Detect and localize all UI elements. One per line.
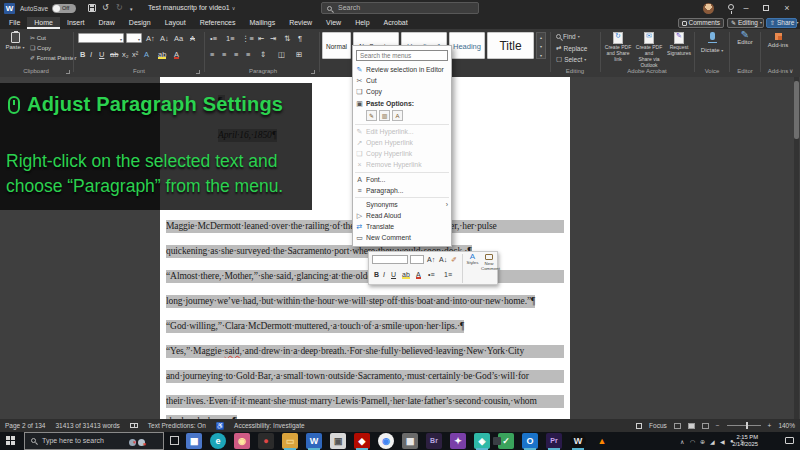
document-line[interactable]: their·lives.·Even·if·it·meant·she·must·m… (166, 395, 564, 408)
request-signatures-button[interactable]: ✎ Request Signatures (666, 32, 692, 56)
clear-formatting-icon[interactable]: A (190, 34, 195, 43)
clipboard-dialog-launcher-icon[interactable] (66, 70, 70, 74)
menu-item-translate[interactable]: ⇄Translate (353, 221, 451, 232)
style-title[interactable]: Title (487, 32, 534, 59)
focus-mode-button[interactable]: Focus (649, 422, 667, 429)
paste-button[interactable]: Paste ▾ (4, 32, 26, 50)
italic-button[interactable]: I (90, 50, 92, 59)
sort-icon[interactable]: ⇅ (284, 34, 290, 43)
onedrive-icon[interactable]: ◠ (690, 438, 695, 445)
tab-acrobat[interactable]: Acrobat (377, 17, 415, 29)
underline-button[interactable]: U (99, 50, 104, 59)
taskbar-app-chrome-icon[interactable]: ◉ (378, 433, 394, 449)
shrink-font-icon[interactable]: A↓ (439, 255, 447, 264)
taskbar-app-widgets-icon[interactable]: ▦ (186, 433, 202, 449)
change-case-icon[interactable]: Aa (174, 34, 183, 43)
restore-button[interactable] (757, 0, 775, 16)
input-indicator-icon[interactable] (493, 437, 501, 445)
start-button[interactable] (6, 436, 15, 445)
tab-mailings[interactable]: Mailings (242, 17, 282, 29)
menu-item-synonyms[interactable]: Synonyms› (353, 199, 451, 210)
bold-button[interactable]: B (374, 270, 379, 279)
network-icon[interactable]: ◢ (710, 438, 715, 445)
numbering-button[interactable]: 1≡ (226, 34, 235, 43)
font-color-button[interactable]: A (174, 50, 179, 59)
read-mode-icon[interactable] (674, 423, 681, 429)
create-pdf-share-outlook-button[interactable]: ✉ Create PDF and Share via Outlook (634, 32, 664, 68)
menu-item-paragraph[interactable]: ≡Paragraph... (353, 185, 451, 196)
taskbar-app-outlook-icon[interactable]: O (522, 433, 538, 449)
shrink-font-icon[interactable]: A↓ (160, 34, 169, 43)
decrease-indent-icon[interactable]: ⇤ (258, 34, 264, 43)
comments-button[interactable]: Comments (678, 18, 724, 28)
align-center-button[interactable]: ≡ (222, 50, 226, 59)
tab-insert[interactable]: Insert (60, 17, 92, 29)
cut-button[interactable]: ✂ Cut (30, 34, 46, 41)
font-color-button[interactable]: A (416, 270, 421, 279)
hidden-icons-chevron[interactable]: ∧ (680, 438, 684, 445)
underline-button[interactable]: U (391, 270, 396, 279)
grow-font-icon[interactable]: A↑ (146, 34, 155, 43)
menu-item-new-comment[interactable]: ▭New Comment (353, 232, 451, 243)
taskbar-clock[interactable]: 2:15 PM 2/14/2025 (720, 434, 758, 448)
taskbar-app-bridge-icon[interactable]: Br (426, 433, 442, 449)
paragraph-dialog-launcher-icon[interactable] (311, 70, 315, 74)
increase-indent-icon[interactable]: ⇥ (270, 34, 276, 43)
user-avatar[interactable] (703, 3, 714, 14)
style-heading-2[interactable]: Heading 2 (449, 32, 485, 59)
format-painter-button[interactable]: ✐ Format Painter (30, 54, 76, 61)
autosave-toggle[interactable]: Off (52, 4, 76, 13)
mini-font-size-combo[interactable] (410, 255, 424, 264)
scrollbar-thumb[interactable] (794, 81, 799, 139)
taskbar-app-wordpress-icon[interactable]: W (570, 433, 586, 449)
highlight-color-button[interactable]: ab (402, 270, 410, 279)
justify-button[interactable]: ≡ (246, 50, 250, 59)
editing-mode-button[interactable]: ✎ Editing ▾ (727, 18, 764, 28)
find-button[interactable]: Find ▾ (556, 33, 580, 40)
document-line[interactable]: “God·willing,”·Clara·McDermott·muttered,… (166, 320, 464, 333)
presence-pin-icon[interactable] (728, 4, 734, 10)
tab-design[interactable]: Design (122, 17, 158, 29)
bullets-button[interactable]: •≡ (210, 34, 217, 43)
vertical-scrollbar[interactable] (794, 77, 799, 419)
tab-help[interactable]: Help (348, 17, 376, 29)
numbering-button[interactable]: 1≡ (444, 270, 452, 279)
replace-button[interactable]: ⇄ Replace (556, 44, 587, 52)
styles-gallery-scroll[interactable]: ▴▾▾ (536, 32, 546, 59)
menu-item-copy[interactable]: ❏Copy (353, 86, 451, 97)
taskbar-app-store-icon[interactable]: ▣ (330, 433, 346, 449)
taskbar-app-media-player-icon[interactable]: ● (258, 433, 274, 449)
tab-view[interactable]: View (319, 17, 348, 29)
new-comment-button[interactable]: New Comment (481, 254, 497, 283)
text-effects-icon[interactable]: A (144, 50, 149, 59)
zoom-slider[interactable] (727, 425, 761, 426)
format-painter-icon[interactable]: ✐ (451, 255, 457, 264)
word-count-status[interactable]: 31413 of 31413 words (55, 422, 119, 429)
print-layout-icon[interactable] (688, 423, 695, 429)
borders-button[interactable]: ⊞ (296, 50, 302, 59)
taskbar-app-file-explorer-icon[interactable]: ▭ (282, 433, 298, 449)
collapse-ribbon-icon[interactable]: ∨ (789, 67, 793, 76)
tab-home[interactable]: Home (27, 17, 60, 29)
document-title[interactable]: Test manuscritp for video1 ∨ (148, 4, 235, 11)
paste-option-1-button[interactable]: ✎ (366, 110, 377, 121)
line-spacing-button[interactable]: ⇕ (260, 50, 266, 59)
taskbar-app-app-grey-grid-icon[interactable]: ▦ (402, 433, 418, 449)
proofing-icon[interactable] (130, 423, 138, 428)
zoom-out-button[interactable]: − (716, 422, 720, 429)
taskbar-app-photos-icon[interactable]: ◉ (234, 433, 250, 449)
zoom-in-button[interactable]: + (768, 422, 772, 429)
superscript-button[interactable]: x² (132, 50, 138, 59)
document-line[interactable]: long·journey·we’ve·had,·but·within·the·h… (166, 295, 535, 308)
menu-item-paste-options[interactable]: ▣Paste Options: (353, 98, 451, 109)
italic-button[interactable]: I (383, 270, 385, 279)
quick-access-caret-icon[interactable]: ▾ (130, 6, 133, 12)
styles-button[interactable]: A Styles (464, 254, 481, 283)
grow-font-icon[interactable]: A↑ (427, 255, 435, 264)
undo-icon[interactable]: ↺ (102, 3, 109, 12)
subscript-button[interactable]: x₂ (122, 50, 129, 59)
zoom-level[interactable]: 140% (778, 422, 795, 429)
menu-item-font[interactable]: AFont... (353, 174, 451, 185)
show-formatting-marks-button[interactable]: ¶ (298, 34, 302, 43)
menu-item-review-selection-in-editor[interactable]: ✎Review selection in Editor (353, 64, 451, 75)
